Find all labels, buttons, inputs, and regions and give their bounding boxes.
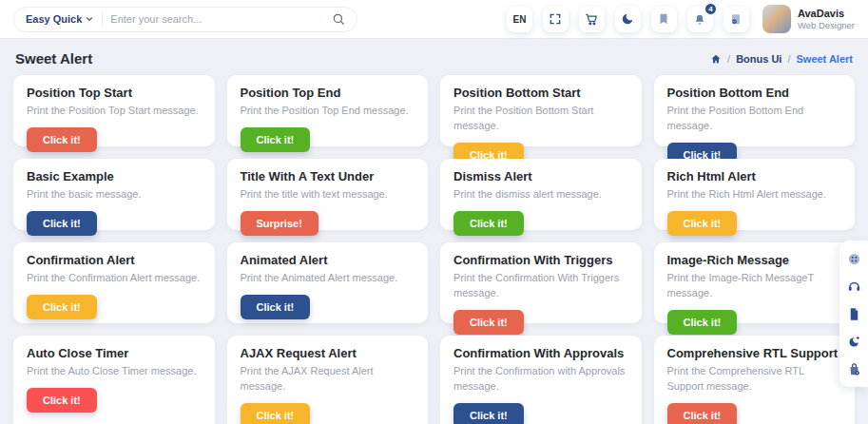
card-description: Print the Image-Rich MessageT message.	[667, 271, 842, 301]
card-title: Auto Close Timer	[27, 346, 202, 360]
card-action-button[interactable]: Click it!	[27, 127, 97, 152]
alert-card: Basic Example Print the basic message. C…	[13, 159, 215, 230]
alert-card: Title With A Text Under Print the title …	[227, 159, 429, 230]
card-description: Print the Position Bottom End message.	[667, 104, 842, 134]
search-input[interactable]	[110, 13, 324, 25]
card-action-button[interactable]: Click it!	[667, 310, 738, 335]
breadcrumb: / Bonus Ui / Sweet Alert	[710, 53, 853, 65]
card-title: Comprehensive RTL Support	[667, 346, 842, 360]
card-action-button[interactable]: Surprise!	[241, 211, 318, 236]
brand-dropdown[interactable]: Easy Quick	[26, 13, 94, 25]
document-icon	[847, 307, 861, 321]
breadcrumb-separator: /	[727, 53, 730, 65]
avatar[interactable]	[762, 5, 791, 33]
cart-button[interactable]	[579, 7, 605, 32]
card-description: Print the title with text message.	[241, 187, 415, 202]
card-description: Print the Auto Close Timer message.	[27, 364, 202, 379]
card-title: Image-Rich Message	[667, 253, 842, 267]
alert-card: Position Top Start Print the Position To…	[13, 75, 215, 146]
alert-card: Auto Close Timer Print the Auto Close Ti…	[13, 336, 215, 424]
bag-gear-icon	[847, 362, 861, 376]
alert-card: Confirmation Alert Print the Confirmatio…	[13, 242, 215, 323]
support-button[interactable]	[846, 279, 861, 294]
user-role: Web Designer	[798, 20, 855, 30]
card-title: Confirmation With Triggers	[453, 253, 628, 267]
card-description: Print the Confirmation Alert message.	[27, 271, 202, 286]
brand-label: Easy Quick	[26, 13, 82, 25]
card-description: Print the Position Top Start message.	[27, 104, 202, 119]
shop-settings-button[interactable]	[846, 361, 861, 376]
card-title: Title With A Text Under	[241, 169, 415, 183]
quick-access-panel	[839, 241, 868, 387]
global-search[interactable]: Easy Quick	[13, 7, 357, 32]
alert-card: Comprehensive RTL Support Print the Comp…	[654, 336, 856, 424]
cart-icon	[585, 12, 598, 26]
language-button[interactable]: EN	[507, 7, 532, 32]
user-name: AvaDavis	[798, 8, 855, 20]
card-action-button[interactable]: Click it!	[453, 310, 524, 335]
theme-button[interactable]	[846, 334, 861, 349]
card-title: Rich Html Alert	[667, 169, 842, 183]
palette-icon	[847, 252, 861, 266]
alert-card: Position Bottom End Print the Position B…	[654, 75, 856, 146]
bookmark-button[interactable]	[651, 7, 677, 32]
card-description: Print the basic message.	[27, 187, 202, 202]
breadcrumb-current: Sweet Alert	[796, 53, 853, 65]
breadcrumb-section[interactable]: Bonus Ui	[736, 53, 781, 65]
alert-card: Position Top End Print the Position Top …	[227, 75, 429, 146]
card-action-button[interactable]: Click it!	[453, 211, 524, 236]
headset-icon	[847, 279, 861, 294]
card-action-button[interactable]: Click it!	[27, 295, 97, 319]
tasks-icon	[729, 12, 743, 26]
page-header: Sweet Alert / Bonus Ui / Sweet Alert	[0, 38, 868, 75]
tasks-button[interactable]	[723, 7, 749, 32]
alert-card: AJAX Request Alert Print the AJAX Reques…	[227, 336, 429, 424]
card-description: Print the Position Bottom Start message.	[453, 104, 628, 134]
card-title: Confirmation With Approvals	[453, 346, 628, 360]
moon-icon	[621, 12, 634, 26]
document-button[interactable]	[846, 306, 861, 321]
notifications-button[interactable]: 4	[687, 7, 713, 32]
notification-badge: 4	[704, 3, 717, 15]
card-description: Print the Rich Html Alert message.	[667, 187, 842, 202]
card-title: AJAX Request Alert	[241, 346, 415, 360]
cards-grid: Position Top Start Print the Position To…	[13, 75, 855, 424]
divider	[102, 12, 103, 26]
card-action-button[interactable]: Click it!	[241, 403, 311, 424]
dark-mode-button[interactable]	[615, 7, 641, 32]
alert-card: Image-Rich Message Print the Image-Rich …	[654, 242, 856, 323]
card-title: Basic Example	[27, 169, 202, 183]
card-title: Position Bottom Start	[453, 86, 628, 100]
user-menu[interactable]: AvaDavis Web Designer	[762, 5, 855, 33]
card-action-button[interactable]: Click it!	[667, 211, 738, 236]
home-icon[interactable]	[710, 53, 722, 65]
alert-card: Confirmation With Approvals Print the Co…	[440, 336, 642, 424]
card-action-button[interactable]: Click it!	[667, 403, 738, 424]
breadcrumb-separator: /	[787, 53, 790, 65]
card-description: Print the Confirmation with Approvals me…	[453, 364, 628, 395]
card-description: Print the AJAX Request Alert message.	[241, 364, 415, 395]
card-action-button[interactable]: Click it!	[27, 388, 97, 413]
card-description: Print the Confirmation With Triggers mes…	[453, 271, 628, 301]
palette-button[interactable]	[846, 251, 861, 266]
alert-card: Dismiss Alert Print the dismiss alert me…	[440, 159, 642, 230]
card-title: Position Bottom End	[667, 86, 842, 100]
search-icon[interactable]	[332, 12, 345, 26]
fullscreen-icon	[549, 12, 562, 26]
moon-stars-icon	[847, 335, 861, 349]
alert-card: Animated Alert Print the Animated Alert …	[227, 242, 429, 323]
card-action-button[interactable]: Click it!	[241, 127, 311, 152]
card-description: Print the Position Top End message.	[241, 104, 415, 119]
bell-icon	[693, 12, 706, 26]
bookmark-icon	[657, 12, 670, 26]
card-action-button[interactable]: Click it!	[27, 211, 97, 236]
card-action-button[interactable]: Click it!	[453, 403, 524, 424]
card-title: Animated Alert	[241, 253, 415, 267]
card-action-button[interactable]: Click it!	[241, 295, 311, 319]
card-title: Confirmation Alert	[27, 253, 202, 267]
card-title: Dismiss Alert	[453, 169, 628, 183]
fullscreen-button[interactable]	[543, 7, 569, 32]
card-description: Print the Animated Alert message.	[241, 271, 415, 286]
alert-card: Rich Html Alert Print the Rich Html Aler…	[654, 159, 856, 230]
card-description: Print the dismiss alert message.	[453, 187, 628, 202]
